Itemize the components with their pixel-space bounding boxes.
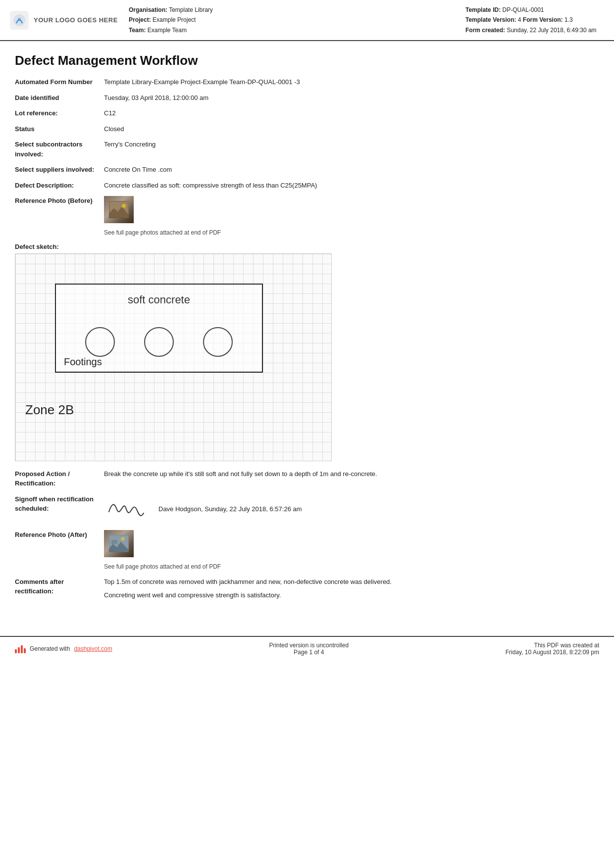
footer-logo-bars	[15, 644, 26, 653]
comments-line-1: Top 1.5m of concrete was removed with ja…	[104, 577, 599, 587]
footer-center: Printed version is uncontrolled Page 1 o…	[269, 642, 349, 656]
reference-photo-before-value: See full page photos attached at end of …	[104, 196, 599, 237]
footer-uncontrolled: Printed version is uncontrolled	[269, 642, 349, 649]
photo-after-caption: See full page photos attached at end of …	[104, 562, 599, 571]
bar-2	[18, 647, 20, 653]
comments-row: Comments after rectification: Top 1.5m o…	[15, 577, 599, 600]
comments-line-2: Concreting went well and compressive str…	[104, 590, 599, 600]
defect-sketch-container: soft concrete Footings Zone 2B	[15, 253, 332, 461]
defect-sketch-label: Defect sketch:	[15, 243, 599, 250]
page-footer: Generated with dashpivot.com Printed ver…	[0, 636, 614, 661]
lot-reference-value: C12	[104, 108, 599, 118]
date-identified-row: Date identified Tuesday, 03 April 2018, …	[15, 93, 599, 103]
sketch-circle-1	[85, 327, 115, 357]
form-created-value: Sunday, 22 July 2018, 6:49:30 am	[507, 27, 596, 34]
form-created-label: Form created:	[465, 27, 505, 34]
status-row: Status Closed	[15, 124, 599, 134]
org-value: Template Library	[169, 6, 213, 13]
template-id-value: DP-QUAL-0001	[502, 6, 544, 13]
photo-after-thumb	[104, 530, 134, 557]
template-version-value: 4	[518, 16, 521, 23]
team-value: Example Team	[148, 27, 187, 34]
subcontractor-row: Select subcontractors involved: Terry's …	[15, 140, 599, 159]
logo-text: YOUR LOGO GOES HERE	[34, 16, 118, 24]
logo-area: YOUR LOGO GOES HERE	[10, 5, 119, 35]
svg-point-9	[121, 537, 125, 541]
svg-point-1	[18, 18, 21, 21]
date-identified-value: Tuesday, 03 April 2018, 12:00:00 am	[104, 93, 599, 103]
suppliers-label: Select suppliers involved:	[15, 165, 104, 175]
proposed-action-label: Proposed Action / Rectification:	[15, 469, 104, 488]
suppliers-value: Concrete On Time .com	[104, 165, 599, 175]
date-identified-label: Date identified	[15, 93, 104, 103]
signature-area	[104, 494, 149, 525]
footer-created-date: Friday, 10 August 2018, 8:22:09 pm	[506, 649, 599, 656]
sketch-soft-concrete-text: soft concrete	[56, 293, 262, 306]
sketch-inner-box: soft concrete Footings	[55, 284, 263, 373]
footer-link[interactable]: dashpivot.com	[74, 645, 112, 652]
defect-description-label: Defect Description:	[15, 181, 104, 191]
footer-page: Page 1 of 4	[269, 649, 349, 656]
defect-description-row: Defect Description: Concrete classified …	[15, 181, 599, 191]
reference-photo-before-row: Reference Photo (Before) See full page p…	[15, 196, 599, 237]
page-header: YOUR LOGO GOES HERE Organisation: Templa…	[0, 0, 614, 41]
sketch-zone-text: Zone 2B	[25, 402, 74, 418]
suppliers-row: Select suppliers involved: Concrete On T…	[15, 165, 599, 175]
footer-generated-text: Generated with	[30, 645, 70, 652]
photo-before-thumb	[104, 196, 134, 223]
page-content: Defect Management Workflow Automated For…	[0, 41, 614, 621]
defect-description-value: Concrete classified as soft: compressive…	[104, 181, 599, 191]
signoff-row: Signoff when rectification scheduled: Da…	[15, 494, 599, 525]
photo-after-image	[104, 530, 134, 557]
signoff-value: Dave Hodgson, Sunday, 22 July 2018, 6:57…	[104, 494, 599, 525]
project-label: Project:	[129, 16, 151, 23]
svg-point-4	[122, 204, 126, 208]
defect-sketch-section: Defect sketch: soft concrete Footings Zo…	[15, 243, 599, 461]
org-label: Organisation:	[129, 6, 167, 13]
sketch-circles	[56, 327, 262, 357]
header-right: Template ID: DP-QUAL-0001 Template Versi…	[465, 5, 604, 35]
bar-3	[21, 645, 23, 653]
signoff-label: Signoff when rectification scheduled:	[15, 494, 104, 514]
proposed-action-row: Proposed Action / Rectification: Break t…	[15, 469, 599, 488]
photo-before-image	[104, 196, 134, 223]
svg-rect-10	[111, 540, 117, 544]
template-id-label: Template ID:	[465, 6, 501, 13]
lot-reference-label: Lot reference:	[15, 108, 104, 118]
footer-created-text: This PDF was created at	[506, 642, 599, 649]
sketch-circle-3	[203, 327, 233, 357]
reference-photo-before-label: Reference Photo (Before)	[15, 196, 104, 206]
sketch-circle-2	[144, 327, 174, 357]
team-label: Team:	[129, 27, 146, 34]
project-value: Example Project	[153, 16, 196, 23]
footer-right: This PDF was created at Friday, 10 Augus…	[506, 642, 599, 656]
bar-1	[15, 649, 17, 653]
header-middle: Organisation: Template Library Project: …	[129, 5, 456, 35]
status-label: Status	[15, 124, 104, 134]
comments-value: Top 1.5m of concrete was removed with ja…	[104, 577, 599, 600]
subcontractor-value: Terry's Concreting	[104, 140, 599, 149]
signoff-text: Dave Hodgson, Sunday, 22 July 2018, 6:57…	[158, 504, 302, 514]
bar-4	[24, 648, 26, 653]
proposed-action-value: Break the concrete up while it's still s…	[104, 469, 599, 479]
status-value: Closed	[104, 124, 599, 134]
reference-photo-after-row: Reference Photo (After) See full page ph…	[15, 530, 599, 571]
footer-left: Generated with dashpivot.com	[15, 644, 112, 653]
reference-photo-after-value: See full page photos attached at end of …	[104, 530, 599, 571]
form-version-value: 1.3	[564, 16, 573, 23]
reference-photo-after-label: Reference Photo (After)	[15, 530, 104, 540]
lot-reference-row: Lot reference: C12	[15, 108, 599, 118]
logo-icon	[10, 11, 29, 30]
form-version-label: Form Version:	[523, 16, 563, 23]
automated-form-label: Automated Form Number	[15, 77, 104, 87]
comments-label: Comments after rectification:	[15, 577, 104, 596]
sketch-footings-text: Footings	[64, 356, 102, 368]
automated-form-row: Automated Form Number Template Library-E…	[15, 77, 599, 87]
template-version-label: Template Version:	[465, 16, 516, 23]
subcontractor-label: Select subcontractors involved:	[15, 140, 104, 159]
page-title: Defect Management Workflow	[15, 53, 599, 68]
automated-form-value: Template Library-Example Project-Example…	[104, 77, 599, 87]
photo-before-caption: See full page photos attached at end of …	[104, 228, 599, 237]
